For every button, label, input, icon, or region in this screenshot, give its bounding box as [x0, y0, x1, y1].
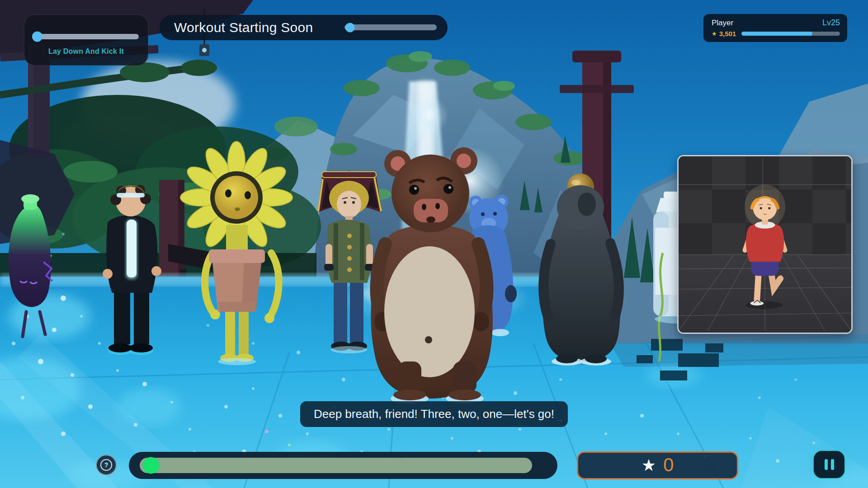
workout-banner: Workout Starting Soon — [160, 15, 448, 40]
xp-progress-fill — [741, 32, 812, 36]
pause-icon — [825, 459, 828, 470]
player-name: Player — [712, 19, 733, 28]
score-counter: ★ 0 — [577, 451, 738, 479]
objective-panel: Lay Down And Kick It — [24, 14, 148, 66]
banner-progress-dot — [345, 23, 355, 32]
help-icon: ? — [100, 459, 112, 471]
avatar-character — [679, 156, 851, 333]
dialog-text: Deep breath, friend! Three, two, one—let… — [314, 407, 554, 421]
pause-button[interactable] — [813, 450, 845, 479]
player-level: Lv25 — [822, 18, 840, 28]
player-panel: Player Lv25 ★ 3,501 — [703, 14, 847, 42]
timeline-track — [140, 458, 532, 473]
player-xp-value: 3,501 — [719, 30, 736, 38]
game-screen: cool Lay Down And Kick It Workout Starti… — [0, 0, 868, 488]
objective-progress-track — [33, 34, 139, 39]
banner-progress-track — [344, 24, 437, 30]
xp-star-icon: ★ — [712, 31, 717, 37]
help-button[interactable]: ? — [96, 455, 117, 475]
workout-timeline — [129, 452, 557, 479]
xp-progress-track — [741, 32, 840, 36]
timeline-playhead-dot — [142, 457, 159, 474]
score-value: 0 — [663, 455, 674, 474]
dialog-bubble: Deep breath, friend! Three, two, one—let… — [300, 401, 568, 427]
objective-progress-dot — [32, 32, 42, 42]
avatar-preview-panel — [677, 155, 853, 334]
banner-title: Workout Starting Soon — [174, 20, 313, 35]
pause-icon — [831, 459, 834, 470]
score-star-icon: ★ — [642, 457, 656, 474]
objective-label: Lay Down And Kick It — [24, 47, 148, 56]
